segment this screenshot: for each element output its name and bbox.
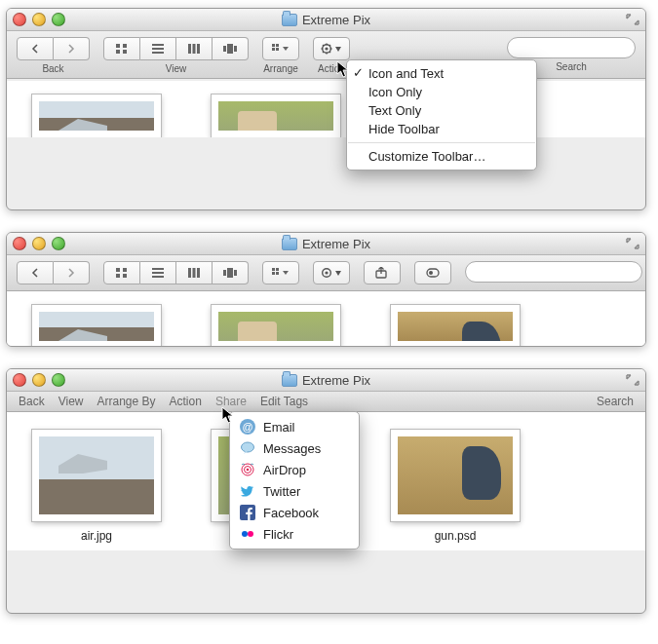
svg-rect-0 <box>116 44 120 48</box>
minimize-button[interactable] <box>32 237 46 250</box>
menu-item-hide-toolbar[interactable]: Hide Toolbar <box>347 120 536 138</box>
file-thumb[interactable] <box>208 95 344 137</box>
action-label: Action <box>318 63 345 74</box>
minimize-button[interactable] <box>32 13 46 26</box>
svg-rect-7 <box>188 44 191 54</box>
svg-rect-13 <box>272 44 275 47</box>
action-button[interactable] <box>313 37 350 60</box>
close-button[interactable] <box>13 13 26 26</box>
svg-rect-15 <box>272 48 275 51</box>
action-text-button[interactable]: Action <box>170 395 202 408</box>
arrange-label: Arrange <box>263 63 298 74</box>
back-button[interactable] <box>17 37 54 60</box>
view-list-button[interactable] <box>140 37 176 60</box>
share-facebook[interactable]: Facebook <box>230 502 359 523</box>
svg-line-24 <box>329 52 330 53</box>
content-area <box>7 81 645 137</box>
svg-rect-9 <box>197 44 200 54</box>
edit-tags-text-button[interactable]: Edit Tags <box>260 395 308 408</box>
file-thumb[interactable] <box>28 305 165 347</box>
view-coverflow-button[interactable] <box>213 37 249 60</box>
back-text-button[interactable]: Back <box>19 395 45 408</box>
svg-point-61 <box>248 531 253 537</box>
search-input[interactable] <box>465 261 642 283</box>
flickr-icon <box>240 526 255 542</box>
window-title: Extreme Pix <box>302 13 370 27</box>
svg-rect-33 <box>152 268 164 270</box>
close-button[interactable] <box>13 237 26 250</box>
file-thumb[interactable]: gun.psd <box>387 430 523 543</box>
content-area <box>7 291 645 347</box>
file-thumb[interactable] <box>28 95 165 137</box>
svg-rect-43 <box>276 268 279 271</box>
folder-icon <box>282 14 297 26</box>
airdrop-icon <box>240 462 255 477</box>
view-icons-button[interactable] <box>103 37 140 60</box>
fullscreen-icon[interactable] <box>626 374 639 386</box>
file-thumb[interactable] <box>208 305 344 347</box>
menu-item-customize-toolbar[interactable]: Customize Toolbar… <box>347 147 536 166</box>
svg-rect-12 <box>234 46 237 52</box>
minimize-button[interactable] <box>32 373 46 387</box>
file-thumb[interactable]: air.jpg <box>28 430 165 543</box>
svg-point-47 <box>325 271 328 274</box>
search-text-button[interactable]: Search <box>597 395 634 408</box>
share-button[interactable] <box>364 261 401 284</box>
toolbar <box>7 255 645 291</box>
svg-rect-45 <box>276 272 279 275</box>
menu-item-icon-only[interactable]: Icon Only <box>347 83 536 101</box>
close-button[interactable] <box>13 373 26 387</box>
svg-rect-41 <box>234 270 237 276</box>
svg-point-18 <box>325 47 328 50</box>
fullscreen-icon[interactable] <box>626 14 639 25</box>
svg-rect-44 <box>272 272 275 275</box>
action-button[interactable] <box>313 261 350 284</box>
back-label: Back <box>42 63 63 74</box>
svg-line-26 <box>329 45 330 46</box>
view-icons-button[interactable] <box>103 261 140 284</box>
svg-line-23 <box>323 45 324 46</box>
share-twitter[interactable]: Twitter <box>230 480 359 502</box>
svg-rect-8 <box>193 44 196 54</box>
svg-rect-1 <box>123 44 127 48</box>
zoom-button[interactable] <box>52 237 65 250</box>
svg-point-58 <box>247 469 250 472</box>
svg-rect-32 <box>123 274 127 278</box>
search-input[interactable] <box>507 37 636 58</box>
fullscreen-icon[interactable] <box>626 238 639 249</box>
back-button[interactable] <box>17 261 54 284</box>
menu-item-icon-and-text[interactable]: Icon and Text <box>347 64 536 83</box>
view-list-button[interactable] <box>140 261 176 284</box>
menu-item-text-only[interactable]: Text Only <box>347 101 536 120</box>
view-coverflow-button[interactable] <box>213 261 249 284</box>
share-messages[interactable]: Messages <box>230 437 359 459</box>
forward-button[interactable] <box>54 261 90 284</box>
svg-rect-30 <box>123 268 127 272</box>
svg-rect-5 <box>152 48 164 50</box>
share-text-button[interactable]: Share <box>215 395 247 408</box>
search-label: Search <box>556 61 587 72</box>
arrange-button[interactable] <box>262 261 299 284</box>
file-thumb[interactable] <box>387 305 523 347</box>
svg-rect-38 <box>197 268 200 278</box>
view-columns-button[interactable] <box>176 261 213 284</box>
zoom-button[interactable] <box>52 373 65 387</box>
edit-tags-button[interactable] <box>414 261 451 284</box>
share-email[interactable]: @ Email <box>230 416 359 437</box>
view-columns-button[interactable] <box>176 37 213 60</box>
share-flickr[interactable]: Flickr <box>230 523 359 545</box>
view-text-button[interactable]: View <box>58 395 84 408</box>
svg-rect-11 <box>227 44 233 54</box>
share-airdrop[interactable]: AirDrop <box>230 459 359 480</box>
folder-icon <box>282 238 297 250</box>
window-title: Extreme Pix <box>302 237 370 251</box>
forward-button[interactable] <box>54 37 90 60</box>
svg-rect-6 <box>152 52 164 54</box>
svg-rect-10 <box>223 46 226 52</box>
arrange-button[interactable] <box>262 37 299 60</box>
file-name: gun.psd <box>435 529 477 543</box>
svg-rect-42 <box>272 268 275 271</box>
arrange-by-text-button[interactable]: Arrange By <box>97 395 155 408</box>
svg-rect-2 <box>116 50 120 54</box>
zoom-button[interactable] <box>52 13 65 26</box>
